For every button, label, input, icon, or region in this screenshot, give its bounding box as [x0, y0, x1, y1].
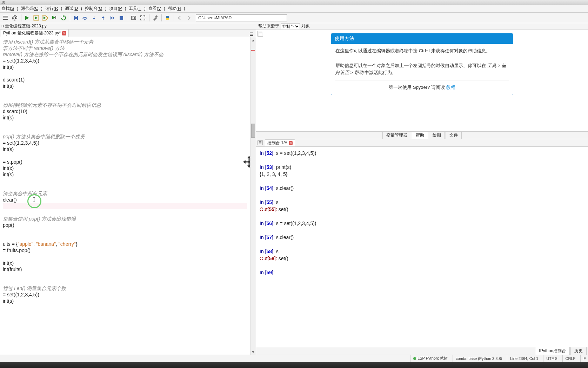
help-hamburger-icon[interactable]: ☰: [258, 31, 263, 37]
right-tab[interactable]: 文件: [446, 131, 462, 139]
menu-item[interactable]: 调试(D): [65, 6, 82, 12]
ipython-console[interactable]: In [52]: s = set((1,2,3,4,5)) In [53]: p…: [256, 147, 588, 347]
menu-item[interactable]: 查找(S): [1, 6, 18, 12]
code-line: remove() 方法在移除一个不存在的元素时会发生错误而 discard() …: [3, 51, 247, 58]
right-tabs: 变量管理器帮助绘图文件: [256, 131, 588, 139]
run-cell-icon[interactable]: [32, 14, 40, 22]
code-line: [3, 209, 247, 216]
svg-rect-1: [3, 18, 8, 18]
console-tab[interactable]: 控制台 1/A ×: [265, 139, 295, 146]
help-text: 来获得任何对象的帮助信息。: [430, 48, 490, 53]
status-eol: CRLF: [562, 355, 576, 362]
help-key: Ctrl+I: [419, 48, 430, 53]
preferences-icon[interactable]: [151, 14, 159, 22]
console-line: In [53]: print(s): [260, 164, 584, 171]
rerun-icon[interactable]: [59, 14, 68, 22]
step-into-icon[interactable]: [90, 14, 98, 22]
code-line: = set((1,2,3,4,5)): [3, 291, 247, 298]
close-icon[interactable]: ×: [289, 141, 293, 145]
code-line: int(x): [3, 165, 247, 171]
code-line: = set((1,2,3,4,5)): [3, 58, 247, 64]
os-taskbar[interactable]: [0, 362, 588, 368]
menu-item[interactable]: 帮助(H): [168, 6, 185, 12]
working-dir-input[interactable]: [196, 14, 287, 21]
close-icon[interactable]: ×: [62, 31, 66, 35]
editor-tab-label: Python 量化编程基础-2023.py*: [3, 30, 61, 36]
svg-marker-14: [93, 18, 95, 20]
status-rw: F: [580, 355, 586, 362]
status-linecol: Line 2384, Col 1: [507, 355, 538, 362]
help-source-select[interactable]: 控制台: [281, 24, 300, 29]
svg-point-13: [84, 19, 86, 20]
back-icon[interactable]: [175, 14, 184, 22]
code-line: 该方法不同于 remove() 方法: [3, 45, 247, 51]
console-tab-label: 控制台 1/A: [267, 140, 287, 146]
scroll-down-icon[interactable]: ▼: [250, 349, 256, 355]
debug-icon[interactable]: [72, 14, 80, 22]
code-line: [3, 178, 247, 184]
right-tab[interactable]: 帮助: [412, 131, 428, 139]
right-tab[interactable]: 变量管理器: [382, 131, 411, 139]
code-line: = set((1,2,3,4,5)): [3, 140, 247, 146]
console-line: In [59]:: [260, 269, 584, 276]
menu-item[interactable]: 源代码(C): [21, 6, 42, 12]
code-line: [3, 279, 247, 285]
fullscreen-icon[interactable]: [139, 14, 147, 22]
menu-item[interactable]: 运行(R): [45, 6, 62, 12]
step-out-icon[interactable]: [99, 14, 107, 22]
status-dot-icon: [413, 357, 416, 360]
code-line: [3, 272, 247, 279]
menu-item[interactable]: 控制台(O): [85, 6, 106, 12]
scroll-thumb[interactable]: [251, 124, 255, 138]
editor-tab[interactable]: Python 量化编程基础-2023.py* ×: [1, 29, 69, 37]
code-line: = fruits.pop(): [3, 247, 247, 254]
code-line: = s.pop(): [3, 159, 247, 165]
code-line: discard(1): [3, 77, 247, 83]
editor-scrollbar[interactable]: ▲ ▼: [250, 37, 256, 355]
run-cell-advance-icon[interactable]: [41, 14, 49, 22]
python-icon[interactable]: [163, 14, 172, 22]
help-text: 在这里你可以通过在编辑器或者终端中按: [335, 48, 419, 53]
svg-rect-12: [77, 16, 78, 20]
editor-pane: Python 量化编程基础-2023.py* × ☰ 使用 discard() …: [0, 29, 256, 355]
find-icon[interactable]: [129, 14, 138, 22]
svg-rect-18: [120, 16, 123, 20]
code-line: [3, 254, 247, 260]
code-line: clear(): [3, 197, 247, 203]
console-foot-tabs: IPython控制台历史: [256, 347, 588, 355]
svg-marker-15: [102, 16, 105, 18]
status-conda[interactable]: conda: base (Python 3.8.8): [453, 355, 502, 362]
code-line: int(s): [3, 146, 247, 152]
code-line: int(x): [3, 260, 247, 266]
console-foot-tab[interactable]: IPython控制台: [535, 347, 570, 355]
right-tab[interactable]: 绘图: [429, 131, 445, 139]
code-editor[interactable]: 使用 discard() 方法从集合中移除一个元素该方法不同于 remove()…: [0, 37, 256, 355]
console-hamburger-icon[interactable]: ☰: [258, 140, 263, 145]
at-icon[interactable]: @: [11, 14, 19, 22]
step-over-icon[interactable]: [81, 14, 89, 22]
menu-item[interactable]: 工具(T): [129, 6, 145, 12]
tutorial-link[interactable]: 教程: [446, 85, 455, 90]
outline-icon[interactable]: [1, 14, 10, 22]
console-foot-tab[interactable]: 历史: [570, 347, 587, 355]
run-icon[interactable]: [23, 14, 31, 22]
menu-item[interactable]: 查看(V): [148, 6, 165, 12]
svg-marker-8: [52, 16, 55, 19]
run-selection-icon[interactable]: [50, 14, 59, 22]
menu-item[interactable]: 项目(P): [109, 6, 126, 12]
code-line: [3, 96, 247, 102]
code-line: int(fruits): [3, 266, 247, 272]
stop-debug-icon[interactable]: [117, 14, 126, 22]
menu-bar: 查找(S)源代码(C)运行(R)调试(D)控制台(O)项目(P)工具(T)查看(…: [0, 5, 588, 13]
code-line: int(s): [3, 64, 247, 70]
forward-icon[interactable]: [185, 14, 193, 22]
hamburger-icon[interactable]: ☰: [249, 32, 254, 37]
svg-point-21: [155, 15, 158, 18]
console-line: In [52]: s = set((1,2,3,4,5)): [260, 150, 584, 157]
scroll-up-icon[interactable]: ▲: [250, 37, 256, 43]
continue-icon[interactable]: [108, 14, 116, 22]
code-line: pop(): [3, 222, 247, 228]
help-object-label: 对象: [301, 23, 310, 29]
console-line: In [57]: s.clear(): [260, 234, 584, 241]
help-source-label: 帮助来源于: [258, 23, 279, 29]
